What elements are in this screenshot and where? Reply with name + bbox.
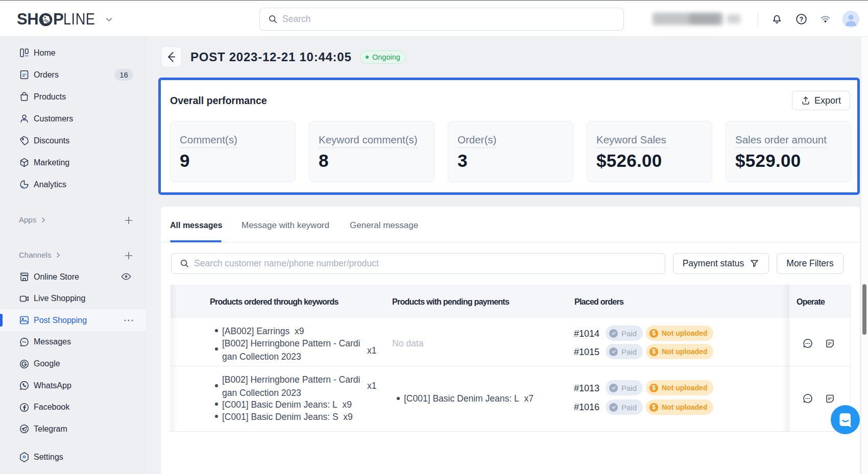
svg-text:?: ?	[800, 15, 804, 23]
